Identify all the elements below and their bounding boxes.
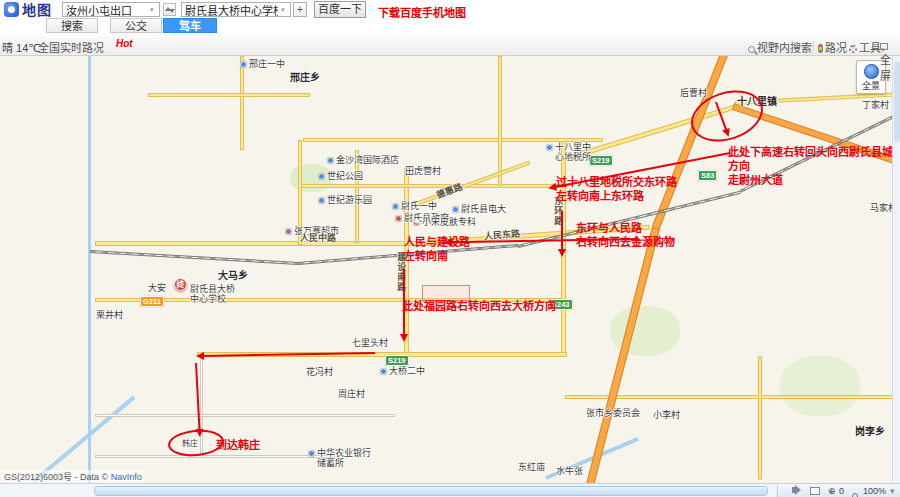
railway — [90, 250, 299, 265]
browser-status-bar: ⊕ 0 100% ▾ — [0, 483, 900, 497]
map-label: 邢庄乡 — [290, 72, 320, 84]
map-label: 后曹村 — [680, 88, 707, 98]
map-label: 田虎营村 — [405, 166, 441, 176]
map-label: 丁家村 — [862, 100, 889, 110]
speaker-icon[interactable] — [792, 487, 796, 493]
route-shield: S83 — [698, 170, 717, 181]
poi-label: 十八里中 心地税所 — [555, 142, 591, 163]
map-label-poi[interactable]: 金沙湾国际酒店 — [327, 155, 399, 165]
map-copyright: GS(2012)6003号 - Data © NavInfo — [2, 470, 144, 483]
poi-icon — [380, 368, 387, 375]
map-label-poi[interactable]: 世纪公园 — [318, 171, 363, 181]
map-label: 周庄村 — [338, 389, 365, 399]
map-label-poi[interactable]: 中华农业银行 储蓄所 — [308, 448, 371, 469]
destination-input[interactable] — [181, 2, 291, 17]
protected-mode-icon[interactable]: ⊕ — [828, 486, 836, 496]
route-arrow — [561, 211, 563, 250]
map-label: 小李村 — [653, 410, 680, 420]
download-mobile-app-link[interactable]: 下载百度手机地图 — [378, 4, 466, 20]
logo-text: 地图 — [22, 0, 52, 19]
poi-label: 世纪公园 — [327, 171, 363, 181]
destination-school-label[interactable]: 尉氏县大桥 中心学校 — [190, 284, 235, 305]
tab-transit[interactable]: 公交 — [110, 18, 162, 33]
vertical-scrollbar[interactable] — [892, 56, 900, 483]
road-renmin — [95, 241, 432, 246]
map-label-poi[interactable]: 尉氏县电大 — [452, 204, 506, 214]
map-label-poi[interactable]: 十八里中 心地税所 — [546, 142, 591, 163]
status-counter: 0 — [839, 486, 844, 496]
map-label-poi[interactable]: 尉氏一中 — [392, 201, 437, 211]
add-waypoint-button[interactable]: + — [293, 2, 307, 17]
baidu-maps-page: 地图 ▾ ▾ + 百度一下 下载百度手机地图 搜索 公交 驾车 晴 14℃ 全国… — [0, 0, 900, 497]
bank-icon — [308, 450, 315, 457]
swap-down-icon — [169, 9, 175, 16]
search-icon — [748, 46, 755, 53]
road-minor — [95, 414, 395, 417]
poi-label: 小宋皮肤专科 — [422, 217, 476, 227]
destination-dropdown-caret[interactable]: ▾ — [281, 6, 285, 14]
poi-icon — [240, 61, 247, 68]
map-label: 大安 — [148, 283, 166, 293]
poi-icon — [285, 228, 292, 235]
road — [758, 356, 762, 480]
map-label: 水牛张 — [556, 466, 583, 476]
map-label-poi[interactable]: 邢庄一中 — [240, 59, 285, 69]
poi-label: 大桥二中 — [389, 366, 425, 376]
tools-label: 工具 — [859, 42, 881, 54]
fullscreen-icon — [880, 43, 888, 50]
horizontal-scrollbar-thumb[interactable] — [94, 486, 768, 496]
traffic-button[interactable]: 路况 — [818, 39, 847, 55]
fullscreen-label: 全屏 — [880, 54, 891, 82]
gear-icon — [849, 45, 857, 53]
map-label: 七里头村 — [352, 338, 388, 348]
map-label: 栗井村 — [96, 310, 123, 320]
zoom-level[interactable]: 100% — [863, 486, 886, 496]
window-icon[interactable] — [810, 487, 820, 495]
view-search-button[interactable]: 视野内搜索 — [748, 39, 812, 55]
map-canvas[interactable]: S219 S83 S243 S219 G311 十八里镇 十八里中 心地税所 田… — [0, 56, 900, 483]
map-label: 岗李乡 — [855, 426, 885, 438]
annotation-jianshe: 人民与建设路 左转向南 — [404, 236, 470, 264]
zoom-caret-icon[interactable]: ▾ — [890, 486, 895, 496]
zoom-magnifier-icon[interactable] — [852, 493, 858, 497]
tab-search[interactable]: 搜索 — [46, 18, 98, 33]
promo-link[interactable]: 全国实时路况 — [38, 39, 104, 55]
tab-drive[interactable]: 驾车 — [163, 18, 217, 33]
navinfo-link[interactable]: NavInfo — [111, 472, 142, 482]
poi-icon — [452, 206, 459, 213]
statusbar-separator — [777, 485, 778, 497]
map-toolbar: 晴 14℃ 全国实时路况 Hot 视野内搜索 | 路况 工具▾ 全屏 — [0, 34, 900, 56]
poi-label: 尉氏县电大 — [461, 204, 506, 214]
road — [498, 56, 502, 186]
map-label-poi[interactable]: 小宋皮肤专科 — [413, 217, 476, 227]
map-label-poi[interactable]: 世纪游乐园 — [318, 195, 372, 205]
hospital-icon — [413, 219, 420, 226]
annotation-ring-road: 过十八里地税所交东环路 左转向南上东环路 — [556, 176, 677, 204]
traffic-label: 路况 — [825, 42, 847, 54]
route-shield: G311 — [140, 296, 164, 307]
baidu-maps-logo[interactable]: 地图 — [4, 1, 52, 17]
search-button[interactable]: 百度一下 — [314, 1, 366, 18]
poi-icon — [546, 144, 553, 151]
origin-input[interactable] — [62, 2, 160, 17]
poi-icon — [318, 173, 325, 180]
map-label: 花冯村 — [306, 367, 333, 377]
poi-icon — [318, 197, 325, 204]
poi-label: 金沙湾国际酒店 — [336, 155, 399, 165]
road — [240, 56, 244, 150]
road-label: 人民中路 — [300, 233, 336, 243]
fullscreen-button[interactable]: 全屏 — [880, 39, 900, 83]
map-label: 张市乡委员会 — [586, 408, 640, 418]
copyright-text: GS(2012)6003号 - Data © — [4, 472, 108, 482]
horizontal-scrollbar[interactable] — [0, 485, 776, 497]
swap-origin-destination-button[interactable] — [163, 3, 176, 16]
green-area — [780, 356, 860, 416]
destination-marker[interactable]: 终 — [174, 278, 187, 291]
river — [88, 56, 91, 483]
view-search-label: 视野内搜索 — [757, 42, 812, 54]
map-label: 东红庙 — [518, 462, 545, 472]
weather-text: 晴 14℃ — [2, 39, 41, 55]
origin-dropdown-caret[interactable]: ▾ — [150, 6, 154, 14]
road — [148, 93, 310, 97]
map-label-poi[interactable]: 大桥二中 — [380, 366, 425, 376]
